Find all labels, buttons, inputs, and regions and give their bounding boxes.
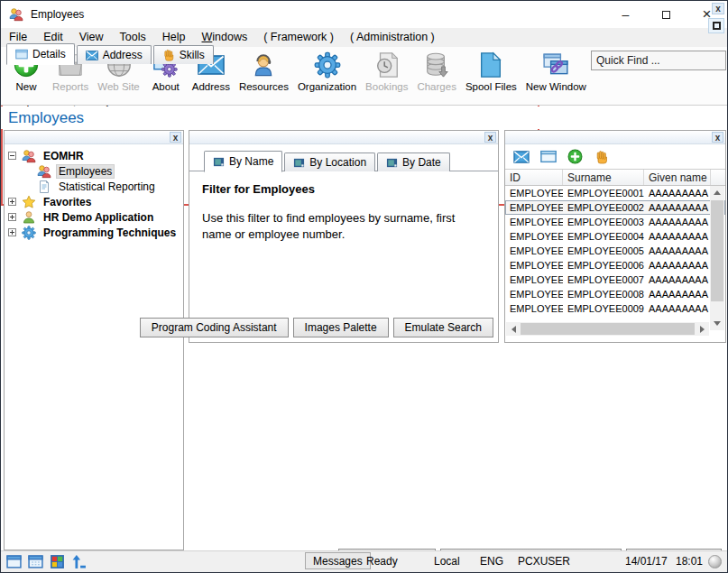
toolbar-spoolfiles-button[interactable]: Spool Files <box>461 51 521 92</box>
tab-details[interactable]: Details <box>6 43 75 65</box>
table-row[interactable]: EMPLOYEE...EMPLOYEE0001AAAAAAAAA <box>505 186 725 200</box>
toolbar-organization-button[interactable]: Organization <box>293 51 361 92</box>
quick-find-input[interactable] <box>591 51 726 70</box>
tree-item-eomhr[interactable]: EOMHR <box>5 148 183 163</box>
table-row[interactable]: EMPLOYEE...EMPLOYEE0009AAAAAAAAA <box>505 301 725 316</box>
add-icon[interactable] <box>567 150 584 164</box>
cell-given-name: AAAAAAAAA <box>644 303 711 314</box>
menu-tools[interactable]: Tools <box>112 28 154 47</box>
filter-tabbar: By Name By Location By Date <box>189 144 498 171</box>
sort-ascending-icon[interactable] <box>71 554 87 569</box>
page-title: Employees <box>1 106 727 129</box>
menu-help[interactable]: Help <box>154 28 194 47</box>
messages-button[interactable]: Messages <box>305 552 371 569</box>
filter-description: Use this filter to find employees by sur… <box>202 210 485 243</box>
table-row[interactable]: EMPLOYEE...EMPLOYEE0002AAAAAAAAA <box>505 200 725 215</box>
table-row[interactable]: EMPLOYEE...EMPLOYEE0008AAAAAAAAA <box>505 287 725 301</box>
expand-expander-icon[interactable] <box>8 213 16 221</box>
scroll-down-button[interactable] <box>710 317 724 330</box>
filter-buttons: Program Coding Assistant Images Palette … <box>140 318 493 337</box>
column-header-surname[interactable]: Surname <box>563 170 644 185</box>
program-coding-assistant-button[interactable]: Program Coding Assistant <box>140 318 289 337</box>
collapse-expander-icon[interactable] <box>8 152 16 160</box>
toolbar-about-label: About <box>152 81 180 92</box>
toolbar-newwindow-button[interactable]: New Window <box>521 51 591 92</box>
maximize-panel-icon <box>713 22 721 30</box>
tab-label: Address <box>103 49 143 61</box>
hand-icon[interactable] <box>594 150 611 164</box>
maximize-button[interactable] <box>646 1 687 28</box>
window-grid-icon[interactable] <box>28 554 43 569</box>
vertical-scrollbar[interactable] <box>710 186 724 330</box>
table-row[interactable]: EMPLOYEE...EMPLOYEE0006AAAAAAAAA <box>505 258 725 273</box>
scroll-left-button[interactable] <box>506 322 521 336</box>
maximize-icon <box>662 11 670 19</box>
cell-id: EMPLOYEE... <box>505 245 563 256</box>
app-window: Employees – × File Edit View Tools Help … <box>0 0 728 573</box>
window-bar-icon[interactable] <box>6 554 22 569</box>
status-icons <box>6 554 87 569</box>
scroll-right-button[interactable] <box>695 322 709 336</box>
cell-id: EMPLOYEE... <box>505 274 563 285</box>
tree-panel-close-button[interactable]: x <box>170 132 181 143</box>
menu-administration[interactable]: ( Administration ) <box>342 28 443 47</box>
menu-framework[interactable]: ( Framework ) <box>255 28 342 47</box>
details-panel-maximize-button[interactable] <box>708 18 724 33</box>
list-panel-close-button[interactable]: x <box>712 132 723 143</box>
horizontal-scroll-thumb[interactable] <box>521 323 695 335</box>
menu-windows[interactable]: Windows <box>193 28 255 47</box>
tree-item-label: Favorites <box>41 195 94 209</box>
table-row[interactable]: EMPLOYEE...EMPLOYEE0004AAAAAAAAA <box>505 229 725 244</box>
table-row[interactable]: EMPLOYEE...EMPLOYEE0007AAAAAAAAA <box>505 273 725 287</box>
horizontal-scrollbar[interactable] <box>506 322 709 336</box>
filter-panel-close-button[interactable]: x <box>484 132 496 143</box>
gear-icon <box>22 226 36 240</box>
envelope-icon <box>86 51 98 60</box>
emulate-search-button[interactable]: Emulate Search <box>393 318 493 337</box>
tree-item-employees[interactable]: Employees <box>5 163 183 179</box>
details-panel-close-button[interactable]: x <box>712 3 724 14</box>
cell-id: EMPLOYEE... <box>505 289 563 300</box>
cell-given-name: AAAAAAAAA <box>644 202 711 213</box>
tree-item-label: Programming Techniques <box>41 226 179 240</box>
envelope-icon[interactable] <box>513 150 530 164</box>
arrow-down-icon <box>714 321 721 326</box>
color-grid-icon[interactable] <box>50 554 65 569</box>
cell-surname: EMPLOYEE0006 <box>563 260 644 271</box>
column-header-id[interactable]: ID <box>505 170 563 185</box>
bookings-icon <box>373 51 401 79</box>
vertical-scroll-thumb[interactable] <box>711 200 723 301</box>
menu-view[interactable]: View <box>71 28 112 47</box>
minimize-button[interactable]: – <box>605 1 646 28</box>
toolbar-resources-button[interactable]: Resources <box>235 51 293 92</box>
tab-by-date[interactable]: By Date <box>377 152 450 171</box>
cell-id: EMPLOYEE... <box>505 188 563 199</box>
toolbar-newwindow-label: New Window <box>526 81 586 92</box>
window-icon[interactable] <box>540 150 557 164</box>
toolbar-bookings-label: Bookings <box>365 81 408 92</box>
images-palette-button[interactable]: Images Palette <box>293 318 389 337</box>
resources-icon <box>249 51 278 79</box>
tree-item-hr-demo-application[interactable]: HR Demo Application <box>5 209 183 225</box>
table-row[interactable]: EMPLOYEE...EMPLOYEE0003AAAAAAAAA <box>505 215 725 229</box>
column-header-given-name[interactable]: Given name <box>644 170 711 185</box>
table-row[interactable]: EMPLOYEE...EMPLOYEE0005AAAAAAAAA <box>505 244 725 258</box>
tab-by-name[interactable]: By Name <box>204 151 282 172</box>
tree-item-favorites[interactable]: Favorites <box>5 194 183 209</box>
tree-item-statistical-reporting[interactable]: Statistical Reporting <box>5 179 183 194</box>
filter-panel-header: x <box>189 131 498 144</box>
arrow-up-icon <box>714 190 721 195</box>
tree-item-programming-techniques[interactable]: Programming Techniques <box>5 225 183 240</box>
status-bar: Messages Ready Local ENG PCXUSER 14/01/1… <box>1 550 727 572</box>
tab-skills[interactable]: Skills <box>153 45 214 64</box>
navigation-tree: EOMHR Employees Statistical Reporting Fa… <box>5 144 183 240</box>
spool-files-icon <box>476 51 505 79</box>
tab-address[interactable]: Address <box>77 45 152 64</box>
list-toolbar <box>505 144 725 170</box>
expand-expander-icon[interactable] <box>8 198 16 206</box>
expand-expander-icon[interactable] <box>8 228 16 236</box>
status-time: 18:01 <box>676 555 703 568</box>
tab-by-location[interactable]: By Location <box>284 152 375 171</box>
filter-content: Filter for Employees Use this filter to … <box>189 171 498 243</box>
scroll-up-button[interactable] <box>710 186 724 199</box>
